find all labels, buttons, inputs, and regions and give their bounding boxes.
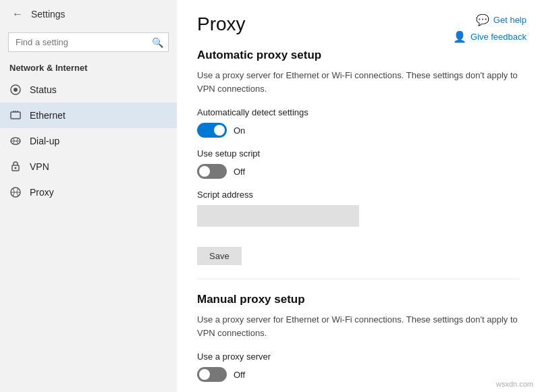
get-help-link[interactable]: 💬 Get help bbox=[476, 13, 526, 26]
setup-script-thumb bbox=[199, 166, 210, 177]
manual-section-desc: Use a proxy server for Ethernet or Wi-Fi… bbox=[197, 313, 520, 339]
sidebar-item-vpn[interactable]: VPN bbox=[0, 154, 177, 179]
sidebar-item-vpn-label: VPN bbox=[30, 161, 49, 172]
sidebar-item-proxy-label: Proxy bbox=[30, 187, 54, 198]
auto-detect-label: Automatically detect settings bbox=[197, 107, 520, 117]
svg-point-1 bbox=[14, 88, 18, 92]
auto-detect-thumb bbox=[214, 125, 225, 136]
status-icon bbox=[9, 84, 22, 96]
svg-point-9 bbox=[15, 167, 17, 169]
sidebar-item-dialup-label: Dial-up bbox=[30, 136, 59, 146]
setup-script-track bbox=[197, 164, 227, 179]
auto-detect-toggle-row: On bbox=[197, 123, 520, 138]
sidebar-item-dialup[interactable]: Dial-up bbox=[0, 128, 177, 154]
give-feedback-link[interactable]: 👤 Give feedback bbox=[453, 30, 526, 43]
manual-section-title: Manual proxy setup bbox=[197, 293, 520, 306]
setup-script-label: Use setup script bbox=[197, 148, 520, 159]
use-proxy-toggle[interactable] bbox=[197, 367, 227, 382]
get-help-label: Get help bbox=[493, 15, 526, 25]
sidebar-item-proxy[interactable]: Proxy bbox=[0, 179, 177, 205]
save-button[interactable]: Save bbox=[197, 247, 242, 265]
sidebar-item-status-label: Status bbox=[30, 84, 57, 95]
automatic-proxy-section: Automatic proxy setup Use a proxy server… bbox=[197, 49, 520, 265]
use-proxy-label: Use a proxy server bbox=[197, 352, 520, 362]
sidebar-nav: Status Ethernet Dial-up VPN Proxy bbox=[0, 77, 177, 205]
sidebar-category: Network & Internet bbox=[0, 59, 177, 77]
sidebar-item-status[interactable]: Status bbox=[0, 77, 177, 103]
auto-detect-state: On bbox=[234, 125, 245, 136]
vpn-icon bbox=[9, 161, 22, 173]
sidebar-header: ← Settings bbox=[0, 0, 177, 28]
search-input[interactable] bbox=[8, 32, 169, 52]
main-content: 💬 Get help 👤 Give feedback Proxy Automat… bbox=[177, 0, 540, 392]
setup-script-state: Off bbox=[234, 167, 245, 177]
script-address-row: Script address bbox=[197, 190, 520, 227]
use-proxy-thumb bbox=[199, 369, 210, 380]
sidebar: ← Settings 🔍 Network & Internet Status E… bbox=[0, 0, 177, 392]
proxy-icon bbox=[9, 186, 22, 198]
script-address-input[interactable] bbox=[197, 205, 359, 227]
svg-rect-2 bbox=[11, 112, 20, 119]
get-help-icon: 💬 bbox=[476, 13, 489, 26]
sidebar-item-ethernet-label: Ethernet bbox=[30, 110, 65, 121]
auto-detect-track bbox=[197, 123, 227, 138]
give-feedback-label: Give feedback bbox=[470, 32, 526, 42]
help-links: 💬 Get help 👤 Give feedback bbox=[453, 13, 526, 43]
give-feedback-icon: 👤 bbox=[453, 30, 466, 43]
manual-proxy-section: Manual proxy setup Use a proxy server fo… bbox=[197, 293, 520, 392]
use-proxy-state: Off bbox=[234, 370, 245, 380]
search-icon: 🔍 bbox=[152, 37, 163, 48]
back-button[interactable]: ← bbox=[9, 7, 26, 22]
sidebar-item-ethernet[interactable]: Ethernet bbox=[0, 103, 177, 128]
auto-detect-toggle[interactable] bbox=[197, 123, 227, 138]
ethernet-icon bbox=[9, 109, 22, 121]
watermark: wsxdn.com bbox=[496, 380, 533, 388]
setup-script-toggle[interactable] bbox=[197, 164, 227, 179]
section-divider bbox=[197, 279, 520, 279]
search-box-container: 🔍 bbox=[8, 32, 169, 52]
script-address-label: Script address bbox=[197, 190, 520, 200]
dialup-icon bbox=[9, 135, 22, 147]
use-proxy-track bbox=[197, 367, 227, 382]
automatic-section-title: Automatic proxy setup bbox=[197, 49, 520, 62]
sidebar-title: Settings bbox=[31, 9, 65, 20]
automatic-section-desc: Use a proxy server for Ethernet or Wi-Fi… bbox=[197, 69, 520, 95]
use-proxy-toggle-row: Off bbox=[197, 367, 520, 382]
setup-script-toggle-row: Off bbox=[197, 164, 520, 179]
